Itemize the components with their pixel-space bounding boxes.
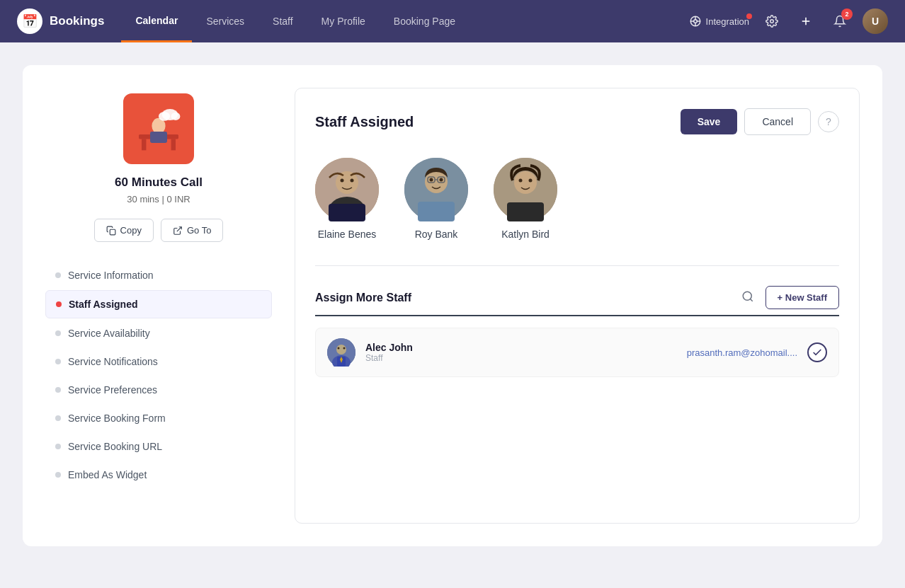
- new-staff-button[interactable]: + New Staff: [765, 286, 839, 309]
- sidebar-item-service-booking-url[interactable]: Service Booking URL: [45, 433, 272, 460]
- svg-point-42: [336, 345, 346, 354]
- staff-avatar-elaine: [315, 158, 379, 221]
- staff-check-alec[interactable]: [807, 342, 827, 362]
- sidebar-menu: Service Information Staff Assigned Servi…: [45, 262, 272, 490]
- panel-header: Staff Assigned Save Cancel ?: [315, 108, 839, 135]
- assign-actions: + New Staff: [739, 286, 839, 309]
- staff-name-roy: Roy Bank: [415, 229, 458, 240]
- staff-avatar-roy: [404, 158, 468, 221]
- svg-point-30: [440, 178, 443, 182]
- svg-rect-14: [150, 132, 167, 143]
- svg-point-38: [529, 179, 533, 183]
- svg-point-6: [770, 20, 774, 23]
- gear-icon: [765, 15, 778, 28]
- svg-point-37: [519, 179, 523, 183]
- sidebar-item-label: Service Booking Form: [68, 413, 166, 424]
- help-button[interactable]: ?: [818, 111, 839, 132]
- copy-icon: [106, 226, 116, 236]
- right-panel: Staff Assigned Save Cancel ?: [295, 88, 860, 524]
- dot-icon: [55, 444, 61, 449]
- svg-point-44: [338, 347, 340, 350]
- sidebar-item-label: Staff Assigned: [69, 299, 138, 310]
- check-icon: [812, 347, 823, 358]
- header-actions: Save Cancel ?: [681, 108, 839, 135]
- service-meta: 30 mins | 0 INR: [127, 194, 190, 204]
- sidebar-item-service-preferences[interactable]: Service Preferences: [45, 376, 272, 403]
- svg-point-39: [743, 292, 751, 300]
- action-buttons: Copy Go To: [94, 219, 224, 242]
- assigned-staff-list: Elaine Benes: [315, 152, 839, 246]
- integration-label: Integration: [706, 16, 749, 27]
- nav-right: Integration 2 U: [689, 8, 888, 34]
- svg-rect-23: [329, 204, 365, 221]
- notifications-button[interactable]: 2: [829, 10, 851, 33]
- nav-calendar[interactable]: Calendar: [121, 0, 192, 42]
- cancel-button[interactable]: Cancel: [744, 108, 811, 135]
- sidebar-item-service-booking-form[interactable]: Service Booking Form: [45, 405, 272, 432]
- svg-rect-12: [171, 139, 176, 150]
- nav-services[interactable]: Services: [192, 0, 258, 42]
- sidebar-item-label: Service Availability: [68, 328, 150, 339]
- save-button[interactable]: Save: [681, 109, 738, 134]
- copy-label: Copy: [120, 225, 142, 236]
- goto-label: Go To: [187, 225, 211, 236]
- sidebar-item-service-availability[interactable]: Service Availability: [45, 320, 272, 347]
- search-staff-button[interactable]: [739, 287, 757, 309]
- staff-row-alec: Alec John Staff prasanth.ram@zohomail...…: [315, 328, 839, 377]
- service-title: 60 Minutes Call: [115, 175, 203, 190]
- goto-button[interactable]: Go To: [161, 219, 223, 242]
- assign-more-section: Assign More Staff + New Staff: [315, 286, 839, 377]
- staff-card-katlyn: Katlyn Bird: [494, 158, 557, 240]
- settings-button[interactable]: [761, 10, 783, 33]
- svg-point-35: [514, 171, 537, 194]
- sidebar-item-label: Service Booking URL: [68, 441, 162, 452]
- nav-staff[interactable]: Staff: [258, 0, 307, 42]
- service-illustration: [130, 100, 187, 157]
- integration-icon: [689, 15, 702, 28]
- sidebar-item-embed-as-widget[interactable]: Embed As Widget: [45, 461, 272, 488]
- dot-icon: [56, 301, 62, 307]
- sidebar-item-label: Service Notifications: [68, 356, 158, 367]
- svg-point-25: [351, 179, 354, 183]
- user-avatar[interactable]: U: [863, 8, 888, 34]
- sidebar-item-service-notifications[interactable]: Service Notifications: [45, 348, 272, 375]
- copy-button[interactable]: Copy: [94, 219, 154, 242]
- staff-card-roy: Roy Bank: [404, 158, 468, 240]
- svg-rect-36: [507, 202, 544, 221]
- svg-line-19: [177, 226, 181, 231]
- svg-point-0: [693, 20, 697, 23]
- service-image: [123, 93, 194, 164]
- staff-card-elaine: Elaine Benes: [315, 158, 379, 240]
- dot-icon: [55, 330, 61, 336]
- search-icon: [741, 290, 754, 303]
- svg-rect-11: [142, 139, 146, 150]
- dot-icon: [55, 272, 61, 278]
- staff-role-alec: Staff: [365, 353, 687, 363]
- integration-link[interactable]: Integration: [689, 15, 749, 28]
- sidebar-item-label: Service Information: [68, 270, 154, 281]
- brand-icon: 📅: [17, 8, 42, 34]
- staff-avatar-katlyn: [494, 158, 557, 221]
- brand[interactable]: 📅 Bookings: [17, 8, 104, 34]
- assign-title: Assign More Staff: [315, 292, 411, 304]
- sidebar-item-staff-assigned[interactable]: Staff Assigned: [45, 290, 272, 318]
- navbar: 📅 Bookings Calendar Services Staff My Pr…: [0, 0, 905, 42]
- staff-row-avatar-alec: [327, 338, 355, 367]
- main-content: 60 Minutes Call 30 mins | 0 INR Copy Go …: [0, 42, 905, 588]
- content-card: 60 Minutes Call 30 mins | 0 INR Copy Go …: [23, 65, 882, 546]
- svg-point-29: [430, 178, 433, 182]
- staff-name-elaine: Elaine Benes: [318, 229, 377, 240]
- brand-label: Bookings: [50, 14, 104, 28]
- sidebar-item-label: Embed As Widget: [68, 469, 147, 480]
- dot-icon: [55, 387, 61, 393]
- nav-myprofile[interactable]: My Profile: [307, 0, 380, 42]
- svg-line-40: [750, 299, 752, 301]
- add-button[interactable]: [795, 10, 817, 33]
- integration-dot: [746, 13, 752, 19]
- svg-point-21: [336, 171, 358, 194]
- sidebar-item-service-information[interactable]: Service Information: [45, 262, 272, 289]
- nav-bookingpage[interactable]: Booking Page: [380, 0, 469, 42]
- staff-row-info-alec: Alec John Staff: [365, 342, 687, 363]
- sidebar-item-label: Service Preferences: [68, 384, 157, 396]
- dot-icon: [55, 415, 61, 421]
